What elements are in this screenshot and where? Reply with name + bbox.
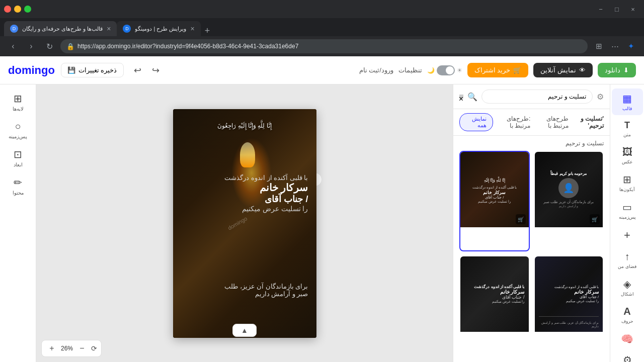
t1-text2: سرکار خانم [464,190,525,195]
browser-chrome: − □ × D قالب‌ها و طرح‌های حرفه‌ای و رایگ… [0,0,644,56]
t2-date: برای بازماندگان آن عزیز طلب صبر [539,200,599,204]
t2-text1: مرحومه بانو کریم‌ قبطاً [539,171,599,176]
tab-2-close[interactable]: × [191,25,195,33]
window-max-dot[interactable] [24,6,31,13]
sidebar-item-text[interactable]: T متن [612,116,643,141]
tool-background[interactable]: ○ پس‌زمینه [2,117,34,143]
left-tools: ⊞ لایه‌ها ○ پس‌زمینه ⊡ ابعاد ✏ محتوا [0,84,36,362]
save-label: ذخیره تغییرات [78,66,117,74]
search-clear[interactable]: × [459,95,463,99]
browser-menu-button[interactable]: ⋯ [608,39,622,53]
right-panel: ⚙ 🔍 × 'تسلیت و ترحیم' طرح‌های مرتبط با :… [453,84,644,362]
tab-1-close[interactable]: × [107,25,111,33]
right-content: ⚙ 🔍 × 'تسلیت و ترحیم' طرح‌های مرتبط با :… [453,84,610,362]
maximize-button[interactable]: □ [610,2,624,16]
close-button[interactable]: × [626,2,640,16]
search-input[interactable] [481,89,593,104]
toggle-track[interactable] [437,65,455,75]
browser-tab-2[interactable]: D ویرایش طرح | دومینگو × [117,21,200,36]
canvas-design: إِنَّا لِلَّهِ وَإِنَّا إِلَيْهِ رَاجِعُ… [173,109,316,338]
tool-content-label: محتوا [13,190,24,196]
t2-subtext: و آرامش داریم [539,204,599,208]
right-sidebar: ▦ قالب T متن 🖼 عکس ⊞ آیکون‌ها ▭ پس‌زم [610,84,644,362]
content-icon: ✏ [14,176,22,189]
zoom-in-button[interactable]: + [46,342,58,354]
toggle-knob [446,66,454,74]
new-tab-button[interactable]: + [201,26,214,36]
design-arabic-text: إِنَّا لِلَّهِ وَإِنَّا إِلَيْهِ رَاجِعُ… [173,117,316,134]
sidebar-item-icons[interactable]: ⊞ آیکون‌ها [612,169,643,196]
background-circle-icon: ○ [15,121,21,132]
forward-button[interactable]: › [24,39,38,53]
theme-toggle[interactable]: 🌙 ☀ [427,65,462,75]
minimize-button[interactable]: − [594,2,608,16]
letters-icon: A [623,306,630,317]
tool-layers[interactable]: ⊞ لایه‌ها [2,88,34,116]
filter-button[interactable]: ⚙ [597,92,604,102]
zoom-out-button[interactable]: − [76,342,88,354]
save-icon: 💾 [67,66,75,74]
redo-button[interactable]: ↪ [148,62,164,78]
icons-icon: ⊞ [623,173,631,186]
sidebar-item-myspace[interactable]: ↑ فضای من [612,247,643,273]
extensions-button[interactable]: ⊞ [592,39,606,53]
toolbar-icons: ⊞ ⋯ ✦ [592,39,638,53]
template-card-3[interactable]: با قلبی آکنده از اندوه درگذشت سرکار خانم… [459,255,530,356]
back-button[interactable]: ‹ [6,39,20,53]
tool-dimensions[interactable]: ⊡ ابعاد [2,144,34,171]
save-button[interactable]: 💾 ذخیره تغییرات [61,63,124,77]
myspace-icon: ↑ [625,251,630,262]
sidebar-item-letters[interactable]: A حروف [612,302,643,328]
online-preview-button[interactable]: 👁 نمایش آنلاین [533,63,593,77]
sidebar-item-ai[interactable]: 🧠 [612,329,643,349]
login-link[interactable]: ورود/ثبت نام [359,66,393,74]
template-card-4[interactable]: با قلبی آکنده از اندوه درگذشت سرکار خانم… [534,255,604,356]
tab-2-label: ویرایش طرح | دومینگو [135,26,186,32]
t2-photo: 👤 [558,178,579,198]
expand-button[interactable]: ▲ [232,324,257,337]
address-bar[interactable]: 🔒 https://app.domingo.ir/editor?industry… [60,39,588,53]
reload-button[interactable]: ↻ [42,39,56,53]
sidebar-item-shapes[interactable]: ◈ اشکال [612,274,643,301]
undo-button[interactable]: ↩ [130,62,146,78]
bg-icon: ▭ [622,201,632,213]
window-min-dot[interactable] [14,6,21,13]
browser-tab-1[interactable]: D قالب‌ها و طرح‌های حرفه‌ای و رایگان × [4,21,117,36]
settings-link[interactable]: تنظیمات [398,66,422,74]
tool-dimensions-label: ابعاد [14,162,23,167]
templates-grid: إِنَّا لِلَّهِ وَإِنَّا إِلَيْهِ با قلبی… [453,151,610,362]
logo-text: domingo [8,64,55,77]
subscribe-button[interactable]: 🛒 خرید اشتراک [467,63,529,77]
text-label: متن [623,132,631,137]
browser-toolbar: ‹ › ↻ 🔒 https://app.domingo.ir/editor?in… [0,36,644,56]
sidebar-item-add[interactable]: + [612,225,643,246]
zoom-bar: + 26% − ⟳ [41,340,102,357]
t1-text1: با قلبی آکنده از اندوه درگذشت [464,185,525,191]
app-header: domingo 💾 ذخیره تغییرات ↩ ↪ ورود/ثبت نام… [0,56,644,84]
logo[interactable]: domingo [8,64,55,77]
layers-icon: ⊞ [14,93,22,105]
sidebar-item-settings[interactable]: ⚙ [612,350,643,362]
show-all-tag[interactable]: نمایش همه [459,113,493,131]
template-card-1[interactable]: إِنَّا لِلَّهِ وَإِنَّا إِلَيْهِ با قلبی… [459,151,530,251]
sidebar-item-bg[interactable]: ▭ پس‌زمینه [612,197,643,224]
design-bottom2: صبر و آرامش داریم [181,290,308,298]
sidebar-item-photo[interactable]: 🖼 عکس [612,142,643,168]
template-card-2[interactable]: مرحومه بانو کریم‌ قبطاً 👤 برای بازماندگا… [534,151,604,251]
t4-bottom: برای بازماندگان آن عزیز، طلب صبر و آرامش… [535,321,599,328]
dimensions-icon: ⊡ [14,148,22,160]
design-bottom-text: برای بازماندگان آن عزیز، طلب صبر و آرامش… [173,283,316,298]
search-button[interactable]: 🔍 [467,92,477,102]
t1-arabic: إِنَّا لِلَّهِ وَإِنَّا إِلَيْهِ [464,175,525,185]
download-icon: ⬇ [623,66,629,74]
window-close-dot[interactable] [4,6,11,13]
download-button[interactable]: ⬇ دانلود [598,63,636,77]
toggle-moon-icon: 🌙 [427,67,435,74]
copilot-button[interactable]: ✦ [624,39,638,53]
photo-label: عکس [622,159,632,164]
settings-icon: ⚙ [623,354,632,362]
tab-1-favicon: D [10,25,18,33]
shapes-label: اشکال [621,292,634,297]
tool-content[interactable]: ✏ محتوا [2,172,34,200]
sidebar-item-template[interactable]: ▦ قالب [612,88,643,115]
